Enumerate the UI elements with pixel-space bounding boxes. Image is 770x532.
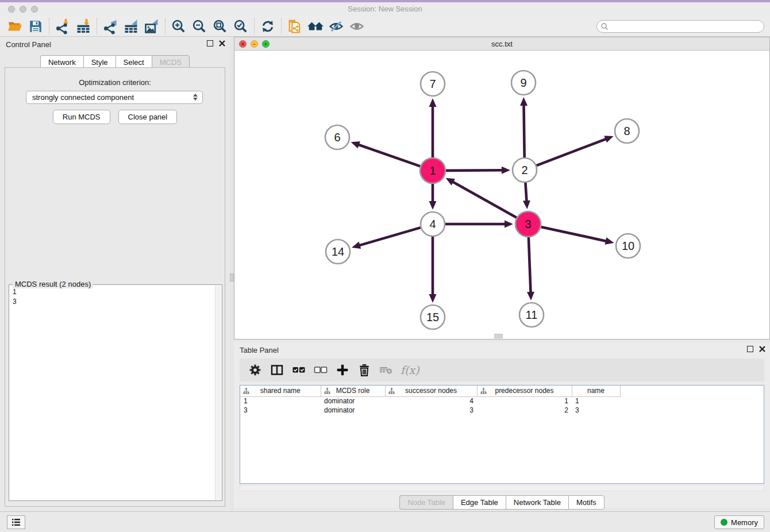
- zoom-in-icon: [171, 18, 187, 34]
- vertical-splitter[interactable]: [230, 37, 234, 511]
- refresh-view-button[interactable]: [257, 17, 278, 36]
- table-cell[interactable]: 1: [572, 396, 620, 406]
- run-mcds-button[interactable]: Run MCDS: [53, 110, 110, 124]
- unselect-all-columns-button[interactable]: [311, 361, 330, 379]
- export-network-button[interactable]: [100, 17, 121, 36]
- table-cell[interactable]: dominator: [321, 406, 385, 415]
- close-panel-icon-button[interactable]: [219, 40, 225, 47]
- memory-ok-indicator: [721, 519, 727, 526]
- column-header-mcds-role[interactable]: MCDS role: [321, 385, 385, 396]
- node-table[interactable]: shared name MCDS role succ: [240, 385, 764, 484]
- zoom-selected-button[interactable]: [230, 17, 251, 36]
- graph-edge-2-8[interactable]: [537, 139, 607, 166]
- hide-graphics-button[interactable]: [326, 17, 346, 36]
- table-cell[interactable]: dominator: [321, 396, 385, 406]
- zoom-fit-icon: [212, 18, 228, 34]
- graph-node-label-2: 2: [521, 164, 528, 176]
- tab-motifs[interactable]: Motifs: [568, 495, 605, 510]
- graph-edge-arrowhead: [429, 294, 437, 303]
- export-image-button[interactable]: [141, 17, 162, 36]
- toolbar-separator: [254, 18, 255, 34]
- main-toolbar: [0, 16, 770, 37]
- float-panel-button[interactable]: [207, 40, 213, 47]
- zoom-in-button[interactable]: [168, 17, 189, 36]
- memory-status-button[interactable]: Memory: [714, 515, 764, 529]
- graph-node-label-10: 10: [622, 240, 634, 252]
- clone-network-button[interactable]: [284, 17, 305, 36]
- zoom-out-button[interactable]: [189, 17, 210, 36]
- toolbar-separator: [281, 18, 282, 34]
- home-networks-button[interactable]: [305, 17, 326, 36]
- table-settings-button[interactable]: [245, 361, 265, 379]
- hierarchy-icon: [324, 388, 330, 396]
- show-graphics-button[interactable]: [346, 17, 367, 36]
- toolbar-separator: [165, 18, 165, 34]
- open-session-button[interactable]: [5, 17, 25, 36]
- import-table-button[interactable]: [73, 17, 94, 36]
- task-history-button[interactable]: [7, 515, 25, 529]
- export-table-button[interactable]: [121, 17, 141, 36]
- mcds-result-text[interactable]: 1 3: [10, 287, 214, 499]
- graph-edge-arrowhead: [429, 98, 437, 107]
- graph-edge-3-10[interactable]: [541, 227, 606, 241]
- graph-edge-4-14[interactable]: [359, 228, 420, 245]
- dropdown-stepper-icon: [193, 94, 198, 101]
- graph-edge-arrowhead: [604, 136, 613, 142]
- close-panel-button[interactable]: Close panel: [118, 110, 178, 124]
- graph-edge-arrowhead: [527, 292, 534, 300]
- delete-table-icon: [379, 365, 393, 375]
- tab-network-table[interactable]: Network Table: [506, 495, 568, 510]
- result-scrollbar[interactable]: [215, 286, 221, 500]
- tab-node-table[interactable]: Node Table: [399, 495, 453, 510]
- splitter-handle[interactable]: [230, 273, 234, 282]
- table-row[interactable]: 1dominator411: [240, 396, 764, 406]
- create-column-button[interactable]: [333, 361, 352, 379]
- table-cell[interactable]: 2: [477, 406, 572, 415]
- hierarchy-icon: [388, 388, 395, 396]
- table-cell[interactable]: 1: [477, 396, 572, 406]
- column-header-successor-nodes[interactable]: successor nodes: [385, 385, 477, 396]
- zoom-fit-button[interactable]: [210, 17, 230, 36]
- titlebar[interactable]: Session: New Session: [0, 2, 770, 16]
- save-session-button[interactable]: [25, 17, 46, 36]
- delete-column-button[interactable]: [355, 361, 374, 379]
- float-table-panel-button[interactable]: [747, 346, 753, 352]
- control-panel-header: Control Panel: [0, 37, 230, 52]
- zoom-out-icon: [191, 18, 207, 34]
- trash-icon: [358, 364, 371, 376]
- show-column-panel-button[interactable]: [267, 361, 287, 379]
- graph-edge-2-3[interactable]: [525, 183, 526, 202]
- graph-edge-2-9[interactable]: [524, 105, 525, 157]
- close-table-panel-button[interactable]: [759, 346, 765, 352]
- table-cell[interactable]: 1: [240, 396, 321, 406]
- graph-edge-1-6[interactable]: [358, 145, 420, 167]
- optimization-criterion-dropdown[interactable]: strongly connected component: [26, 91, 203, 104]
- network-window-titlebar[interactable]: ✕ − + scc.txt: [234, 37, 770, 51]
- column-header-predecessor-nodes[interactable]: predecessor nodes: [477, 385, 572, 396]
- unchecked-boxes-icon: [314, 364, 328, 376]
- toolbar-separator: [97, 18, 97, 34]
- table-horizontal-scrollbar[interactable]: [240, 485, 764, 491]
- search-box[interactable]: [596, 20, 764, 33]
- eye-icon: [349, 18, 365, 34]
- canvas-splitter-handle[interactable]: [494, 334, 503, 338]
- column-header-shared-name[interactable]: shared name: [240, 385, 321, 396]
- table-cell[interactable]: 4: [385, 396, 477, 406]
- table-panel-header: Table Panel: [234, 342, 770, 357]
- search-input[interactable]: [609, 21, 764, 32]
- graph-node-label-6: 6: [334, 131, 340, 144]
- graph-edge-3-1[interactable]: [452, 182, 517, 218]
- graph-edge-1-2[interactable]: [446, 170, 503, 171]
- network-canvas[interactable]: 7968124314101511: [234, 51, 770, 340]
- tab-edge-table[interactable]: Edge Table: [453, 495, 506, 510]
- import-network-button[interactable]: [52, 17, 73, 36]
- graph-edge-3-11[interactable]: [529, 237, 531, 293]
- table-cell[interactable]: 3: [572, 406, 620, 415]
- table-row[interactable]: 3dominator323: [240, 406, 764, 415]
- table-cell[interactable]: 3: [385, 406, 477, 415]
- network-window-title: scc.txt: [234, 40, 769, 48]
- column-header-name[interactable]: name: [572, 385, 620, 396]
- select-all-columns-button[interactable]: [289, 361, 309, 379]
- network-graph[interactable]: 7968124314101511: [234, 51, 769, 338]
- table-cell[interactable]: 3: [240, 406, 321, 415]
